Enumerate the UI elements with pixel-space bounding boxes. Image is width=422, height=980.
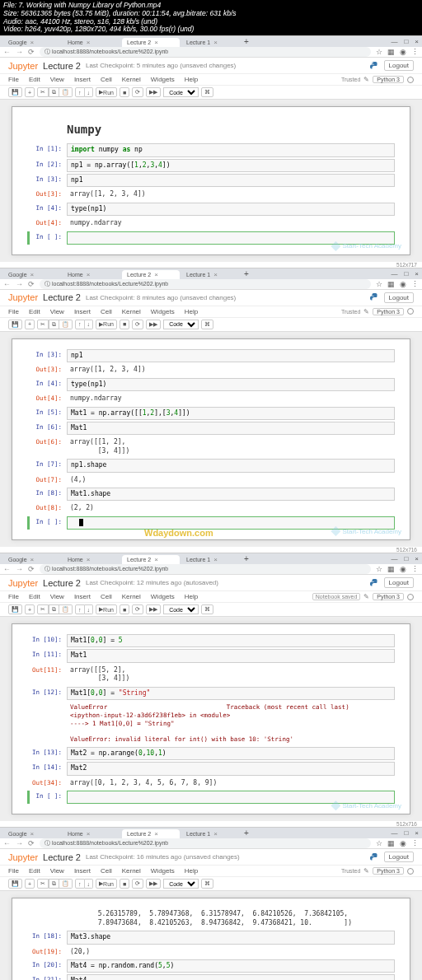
profile-icon[interactable]: ◉ — [400, 48, 406, 56]
code-cell[interactable]: Mat1[0,0] = "String" — [67, 687, 395, 700]
menu-widgets[interactable]: Widgets — [151, 76, 175, 83]
heading-numpy: Numpy — [67, 117, 395, 142]
tab-google[interactable]: Google× — [3, 38, 61, 47]
cell-output: array([1, 2, 3, 4]) — [67, 189, 395, 200]
reload-icon[interactable]: ⟳ — [28, 48, 35, 56]
save-button[interactable]: 💾 — [8, 87, 22, 97]
command-palette-button[interactable]: ⌘ — [201, 87, 213, 97]
menu-kernel[interactable]: Kernel — [122, 76, 141, 83]
kernel-name[interactable]: Python 3 — [373, 76, 404, 83]
stop-button[interactable]: ■ — [120, 87, 129, 97]
menu-edit[interactable]: Edit — [29, 76, 40, 83]
code-cell[interactable]: type(np1) — [67, 378, 395, 391]
tab-lecture2-active[interactable]: Lecture 2× — [122, 270, 180, 279]
menu-view[interactable]: View — [50, 76, 64, 83]
code-cell[interactable]: Mat1 — [67, 649, 395, 662]
notebook-container: Numpy In [1]:import numpy as np In [2]:n… — [12, 106, 410, 255]
info-icon: ⓘ — [45, 49, 50, 54]
video-metadata: File: 7. Working with Numpy Library of P… — [0, 0, 422, 35]
cell-output: numpy.ndarray — [67, 217, 395, 229]
code-cell[interactable]: np1 — [67, 349, 395, 362]
cell-type-select[interactable]: Code — [163, 87, 199, 97]
notebook-saved-badge: Notebook saved — [312, 593, 361, 600]
move-up-button[interactable]: ↑ — [75, 87, 85, 97]
checkpoint-text: Last Checkpoint: 5 minutes ago (unsaved … — [86, 62, 236, 69]
menu-insert[interactable]: Insert — [74, 76, 91, 83]
screenshot-pane-3: Google×Home×Lecture 2×Lecture 1×+—□× ←→⟳… — [0, 553, 422, 827]
watermark: Start-Tech Academy — [331, 241, 401, 251]
close-icon[interactable]: × — [30, 39, 35, 46]
code-cell[interactable]: np1 — [67, 174, 395, 187]
code-cell[interactable]: Mat1 = np.array([[1,2],[3,4]]) — [67, 407, 395, 420]
in-prompt: In [ ]: — [27, 231, 67, 245]
maximize-icon[interactable]: □ — [404, 38, 408, 45]
tab-lecture1[interactable]: Lecture 1× — [181, 38, 239, 47]
tab-lecture2-active[interactable]: Lecture 2× — [122, 38, 180, 47]
close-icon[interactable]: × — [87, 39, 91, 46]
tab-google[interactable]: Google× — [3, 270, 61, 279]
restart-run-button[interactable]: ▶▶ — [146, 87, 161, 97]
cell-output: 5.26315789, 5.78947368, 6.31578947, 6.84… — [67, 908, 395, 929]
code-cell[interactable]: Mat4 — [67, 974, 395, 980]
url-input[interactable]: ⓘ localhost:8888/notebooks/Lecture%202.i… — [40, 47, 371, 57]
url-input[interactable]: ⓘ localhost:8888/notebooks/Lecture%202.i… — [40, 279, 371, 289]
restart-button[interactable]: ⟳ — [132, 87, 143, 97]
trusted-label: Trusted — [341, 77, 360, 82]
tab-lecture1[interactable]: Lecture 1× — [181, 270, 239, 279]
in-prompt: In [2]: — [27, 159, 67, 172]
logout-button[interactable]: Logout — [384, 60, 414, 71]
run-button[interactable]: ▶ Run — [96, 87, 117, 97]
notebook-menu: File Edit View Insert Cell Kernel Widget… — [0, 74, 422, 86]
python-icon — [369, 61, 379, 71]
url-bar: ← → ⟳ ⓘ localhost:8888/notebooks/Lecture… — [0, 47, 422, 58]
tab-home[interactable]: Home× — [63, 38, 120, 47]
svg-point-0 — [373, 63, 373, 63]
add-tab-icon[interactable]: + — [241, 37, 252, 46]
menu-file[interactable]: File — [8, 76, 19, 83]
code-cell[interactable]: Mat1.shape — [67, 488, 395, 501]
add-cell-button[interactable]: + — [25, 87, 35, 97]
code-cell[interactable]: np1.shape — [67, 459, 395, 472]
screenshot-pane-4: Google×Home×Lecture 2×Lecture 1×+—□× ←→⟳… — [0, 827, 422, 980]
window-close-icon[interactable]: × — [415, 38, 419, 45]
code-cell[interactable]: Mat1[0,0] = 5 — [67, 634, 395, 647]
move-down-button[interactable]: ↓ — [85, 87, 94, 97]
video-codec: Video: h264, yuv420p, 1280x720, 494 kb/s… — [3, 26, 419, 34]
logout-button[interactable]: Logout — [384, 292, 414, 303]
close-icon[interactable]: × — [154, 39, 158, 46]
in-prompt: In [1]: — [27, 143, 67, 156]
code-cell[interactable]: np1 = np.array([1,2,3,4]) — [67, 159, 395, 172]
tab-home[interactable]: Home× — [63, 270, 120, 279]
paste-button[interactable]: 📋 — [59, 87, 73, 97]
back-icon[interactable]: ← — [3, 48, 11, 56]
cut-button[interactable]: ✂ — [37, 87, 49, 97]
code-cell[interactable]: Mat4 = np.random.rand(5,5) — [67, 959, 395, 973]
browser-tabstrip: Google× Home× Lecture 2× Lecture 1× + —□… — [0, 36, 422, 47]
run-button[interactable]: ▶ Run — [96, 320, 117, 329]
notebook-title[interactable]: Lecture 2 — [43, 61, 81, 71]
code-cell[interactable]: type(np1) — [67, 203, 395, 216]
pencil-icon[interactable]: ✎ — [363, 76, 369, 83]
jupyter-logo[interactable]: Jupyter — [8, 61, 38, 71]
add-tab-icon[interactable]: + — [241, 269, 252, 278]
notebook-header: Jupyter Lecture 2 Last Checkpoint: 5 min… — [0, 58, 422, 74]
extension-icon[interactable]: ▦ — [387, 48, 395, 56]
code-cell[interactable]: Mat2 = np.arange(0,10,1) — [67, 747, 395, 760]
close-icon[interactable]: × — [213, 39, 218, 46]
minimize-icon[interactable]: — — [391, 38, 397, 45]
out-prompt: Out[4]: — [27, 217, 67, 229]
code-cell[interactable]: Mat3.shape — [67, 931, 395, 944]
code-cell[interactable]: import numpy as np — [67, 143, 395, 156]
menu-icon[interactable]: ⋮ — [411, 48, 419, 56]
copy-button[interactable]: ⧉ — [49, 87, 59, 97]
star-icon[interactable]: ☆ — [376, 48, 382, 56]
forward-icon[interactable]: → — [16, 48, 23, 56]
screenshot-pane-2: Google× Home× Lecture 2× Lecture 1× + —□… — [0, 268, 422, 553]
screenshot-pane-1: Google× Home× Lecture 2× Lecture 1× + —□… — [0, 35, 422, 268]
code-cell[interactable]: Mat1 — [67, 422, 395, 435]
code-cell[interactable]: Mat2 — [67, 762, 395, 775]
notebook-toolbar: 💾 + ✂⧉📋 ↑↓ ▶ Run ■ ⟳ ▶▶ Code ⌘ — [0, 86, 422, 100]
out-prompt: Out[3]: — [27, 189, 67, 200]
menu-cell[interactable]: Cell — [101, 76, 112, 83]
menu-help[interactable]: Help — [185, 76, 198, 83]
